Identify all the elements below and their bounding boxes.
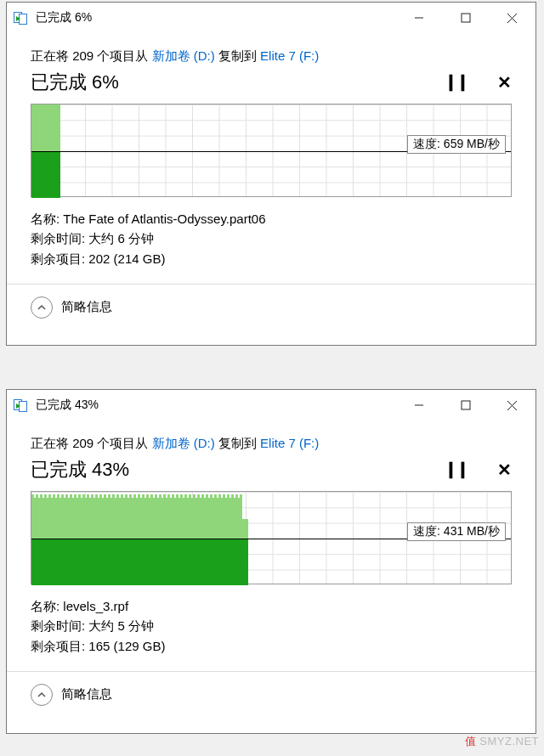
minimize-button[interactable]	[395, 391, 442, 420]
speed-readout: 速度: 659 MB/秒	[407, 135, 506, 154]
speed-chart: 速度: 659 MB/秒	[31, 104, 512, 197]
minimize-button[interactable]	[395, 3, 442, 32]
pause-button[interactable]: ▎▎	[450, 462, 473, 478]
source-link[interactable]: 新加卷 (D:)	[152, 48, 215, 63]
copy-dialog: 已完成 6% 正在将 209 个项目从 新加卷 (D:) 复制到 Elite 7…	[6, 2, 536, 346]
copy-dialog: 已完成 43% 正在将 209 个项目从 新加卷 (D:) 复制到 Elite …	[6, 389, 536, 734]
transfer-details: 名称: The Fate of Atlantis-Odyssey.part06 …	[31, 209, 512, 268]
copy-icon	[14, 10, 29, 25]
cancel-button[interactable]: ✕	[497, 72, 512, 93]
close-button[interactable]	[489, 391, 536, 420]
file-name: The Fate of Atlantis-Odyssey.part06	[63, 212, 265, 226]
copy-icon	[14, 398, 29, 413]
close-button[interactable]	[489, 3, 536, 32]
progress-label: 已完成 43%	[31, 457, 129, 482]
progress-label: 已完成 6%	[31, 70, 119, 95]
speed-chart: 速度: 431 MB/秒	[31, 491, 512, 584]
details-toggle-label[interactable]: 简略信息	[61, 299, 112, 315]
time-remaining: 大约 5 分钟	[88, 618, 154, 633]
svg-rect-1	[462, 14, 470, 22]
time-remaining: 大约 6 分钟	[88, 231, 154, 245]
watermark: 值 SMYZ.NET	[465, 734, 539, 749]
chart-fill-lower	[31, 151, 60, 198]
source-link[interactable]: 新加卷 (D:)	[152, 436, 215, 450]
svg-rect-5	[462, 401, 470, 409]
chart-fill-upper	[31, 104, 60, 151]
maximize-button[interactable]	[442, 3, 489, 32]
window-title: 已完成 43%	[36, 398, 99, 413]
details-toggle-label[interactable]: 简略信息	[61, 686, 112, 702]
chart-fill-upper	[31, 498, 242, 539]
maximize-button[interactable]	[442, 391, 489, 420]
pause-button[interactable]: ▎▎	[450, 75, 473, 91]
transfer-details: 名称: levels_3.rpf 剩余时间: 大约 5 分钟 剩余项目: 165…	[31, 596, 512, 656]
items-remaining: 165 (129 GB)	[88, 639, 165, 653]
dest-link[interactable]: Elite 7 (F:)	[260, 48, 319, 63]
speed-readout: 速度: 431 MB/秒	[407, 522, 506, 541]
file-name: levels_3.rpf	[63, 599, 128, 613]
items-remaining: 202 (214 GB)	[88, 251, 165, 266]
titlebar[interactable]: 已完成 6%	[7, 3, 536, 33]
collapse-toggle-icon[interactable]	[31, 684, 53, 706]
copy-description: 正在将 209 个项目从 新加卷 (D:) 复制到 Elite 7 (F:)	[31, 436, 512, 452]
cancel-button[interactable]: ✕	[497, 460, 512, 480]
chart-fill-lower	[31, 539, 242, 585]
copy-description: 正在将 209 个项目从 新加卷 (D:) 复制到 Elite 7 (F:)	[31, 48, 512, 65]
window-title: 已完成 6%	[36, 10, 92, 25]
dest-link[interactable]: Elite 7 (F:)	[260, 436, 319, 450]
collapse-toggle-icon[interactable]	[31, 296, 53, 319]
titlebar[interactable]: 已完成 43%	[7, 390, 536, 420]
